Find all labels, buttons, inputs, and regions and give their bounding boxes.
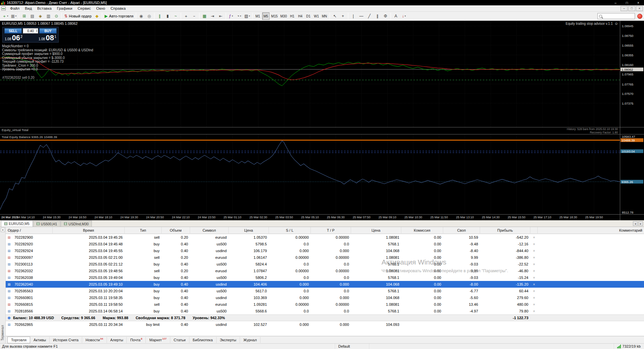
new-order-button[interactable]: ⇅Новый ордер	[63, 12, 93, 20]
arrows-button[interactable]: ↓▾	[400, 12, 408, 20]
column-header[interactable]: Объем	[162, 227, 190, 234]
equity-virtual-indicator-panel[interactable]: Equity_virtual Total History: 528 bars f…	[0, 127, 620, 134]
chart-tab-usdind-m30[interactable]: USDInd,M30	[61, 221, 92, 227]
tile-windows-button[interactable]: ▦	[201, 12, 208, 20]
close-position-button[interactable]: ×	[530, 276, 538, 280]
table-row[interactable]: ▤7023000972025.03.05 02:21:00sell0.20eur…	[6, 254, 644, 261]
maximize-button[interactable]: □	[621, 0, 633, 5]
close-button[interactable]: ×	[633, 0, 644, 5]
column-header[interactable]: Время	[53, 227, 125, 234]
indicator-scale[interactable]	[620, 127, 644, 134]
tab-scroll-left-button[interactable]: ◂	[633, 221, 638, 226]
table-row[interactable]: ▤7023001132025.03.05 02:21:12buy0.40us50…	[6, 261, 644, 268]
close-position-button[interactable]: ×	[530, 296, 538, 300]
chart-restore-button[interactable]: □	[628, 6, 635, 11]
strategy-tester-button[interactable]: ⊙	[53, 12, 60, 20]
vertical-line-button[interactable]: |	[350, 12, 357, 20]
cursor-button[interactable]: ↖	[331, 12, 339, 20]
close-position-button[interactable]: ×	[530, 242, 538, 246]
price-chart[interactable]: EURUSD,M5 1.08053 1.08067 1.08045 1.0806…	[0, 21, 620, 127]
terminal-close-button[interactable]: ×	[1, 228, 5, 232]
table-row[interactable]: ▤7025955632025.03.10 20:20:04buy0.40us50…	[6, 288, 644, 294]
channel-button[interactable]: ∥	[374, 12, 381, 20]
metaeditor-button[interactable]: ◆	[93, 12, 101, 20]
table-row[interactable]: ▤7022829242025.03.04 19:45:55buy0.40usdi…	[6, 247, 644, 254]
column-header[interactable]: Цена	[351, 227, 401, 234]
column-header-order[interactable]: Ордер /	[6, 227, 53, 234]
close-position-button[interactable]: ×	[530, 269, 538, 273]
menu-tools[interactable]: Сервис	[75, 6, 94, 11]
chart-tab-us500-h1[interactable]: US500,H1	[33, 221, 60, 227]
timeframe-h1[interactable]: H1	[289, 12, 296, 20]
volume-input[interactable]: 0.40 ▲▼	[23, 28, 38, 34]
market-watch-button[interactable]: ⊞	[20, 12, 28, 20]
menu-insert[interactable]: Вставка	[35, 6, 54, 11]
fibonacci-button[interactable]: Φ	[382, 12, 389, 20]
profiles-button[interactable]: ▦▾	[10, 12, 18, 20]
horizontal-line-button[interactable]: —	[358, 12, 365, 20]
close-position-button[interactable]: ×	[530, 283, 538, 286]
timeframe-m15[interactable]: M15	[270, 12, 279, 20]
pending-order-row[interactable]: ▤7026628652025.03.11 20:34:34buy limit0.…	[6, 321, 644, 328]
terminal-tab-articles[interactable]: Статьи	[170, 337, 189, 343]
table-row[interactable]: ▤7022829002025.03.04 19:45:26sell0.20eur…	[6, 234, 644, 241]
menu-help[interactable]: Справка	[108, 6, 128, 11]
terminal-tab-mailbox[interactable]: Почта8	[127, 337, 146, 343]
close-position-button[interactable]: ×	[530, 263, 538, 266]
terminal-tab-alerts[interactable]: Алерты	[107, 337, 127, 343]
sound-button[interactable]: ◉	[137, 12, 145, 20]
minimize-button[interactable]: –	[610, 0, 621, 5]
search-input[interactable]	[603, 14, 635, 18]
timeframe-mn[interactable]: MN	[321, 12, 328, 20]
column-header[interactable]: Тип	[125, 227, 162, 234]
table-row[interactable]: ▤7028185662025.03.14 06:58:14buy0.40us50…	[6, 308, 644, 314]
navigator-button[interactable]: ◈	[37, 12, 44, 20]
profile-selector[interactable]: Default	[335, 344, 369, 349]
table-row[interactable]: ▤7023620382025.03.05 19:49:04buy0.40us50…	[6, 274, 644, 281]
zoom-out-button[interactable]: －	[190, 12, 198, 20]
ea-smiley-icon[interactable]: ☺	[614, 21, 618, 25]
sell-button[interactable]: SELL	[4, 28, 22, 34]
close-position-button[interactable]: ×	[530, 309, 538, 313]
community-button[interactable]: ◎	[145, 12, 153, 20]
trendline-button[interactable]: ╱	[366, 12, 373, 20]
close-position-button[interactable]: ×	[530, 249, 538, 253]
equity-scale[interactable]: 10583.4710488.3910193.049365.268512.78	[620, 134, 644, 214]
balance-row[interactable]: ⊕Баланс: 10 488.39 USDСредства: 9 365.66…	[6, 314, 644, 321]
terminal-tab-journal[interactable]: Журнал	[240, 337, 260, 343]
chart-close-button[interactable]: ×	[636, 6, 643, 11]
line-chart-button[interactable]: ~	[172, 12, 179, 20]
terminal-button[interactable]: ▥	[45, 12, 52, 20]
menu-view[interactable]: Вид	[22, 6, 35, 11]
timeframe-h4[interactable]: H4	[297, 12, 304, 20]
column-header[interactable]: Прибыль	[480, 227, 530, 234]
candlestick-chart-button[interactable]: ▮	[164, 12, 171, 20]
table-row[interactable]: ▤7026608152025.03.11 19:58:50sell0.40eur…	[6, 301, 644, 308]
column-header[interactable]: Символ	[190, 227, 229, 234]
column-header[interactable]: Комиссия	[401, 227, 443, 234]
chart-minimize-button[interactable]: –	[621, 6, 628, 11]
indicators-button[interactable]: ƒ▾	[227, 12, 235, 20]
timeframe-m5[interactable]: M5	[262, 12, 270, 20]
column-header-comment[interactable]: Комментарий	[538, 227, 644, 234]
column-header[interactable]: Своп	[443, 227, 480, 234]
table-row[interactable]: ▤7022829202025.03.04 19:45:48buy0.40us50…	[6, 241, 644, 247]
terminal-tab-account-history[interactable]: История Счета	[50, 337, 82, 343]
close-position-button[interactable]: ×	[530, 256, 538, 259]
table-row[interactable]: ▤7023620402025.03.05 19:49:10buy0.40usdi…	[6, 281, 644, 288]
menu-file[interactable]: Файл	[7, 6, 22, 11]
timeframe-w1[interactable]: W1	[313, 12, 320, 20]
close-position-button[interactable]: ×	[530, 289, 538, 293]
column-header[interactable]: T / P	[311, 227, 351, 234]
terminal-tab-trade[interactable]: Торговля	[7, 337, 30, 343]
timeframe-m30[interactable]: M30	[279, 12, 288, 20]
column-header[interactable]: Цена	[229, 227, 269, 234]
autotrading-button[interactable]: ▶Авто-торговля	[104, 12, 134, 20]
tab-scroll-right-button[interactable]: ▸	[638, 221, 643, 226]
table-row[interactable]: ▤7026608012025.03.11 19:58:35buy0.40usdi…	[6, 294, 644, 301]
menu-charts[interactable]: Графики	[54, 6, 75, 11]
column-header[interactable]: S / L	[269, 227, 311, 234]
data-window-button[interactable]: ▤	[28, 12, 36, 20]
terminal-tab-code-base[interactable]: Библиотека	[189, 337, 217, 343]
table-row[interactable]: ▤7023620322025.03.05 19:48:56sell0.20eur…	[6, 268, 644, 274]
